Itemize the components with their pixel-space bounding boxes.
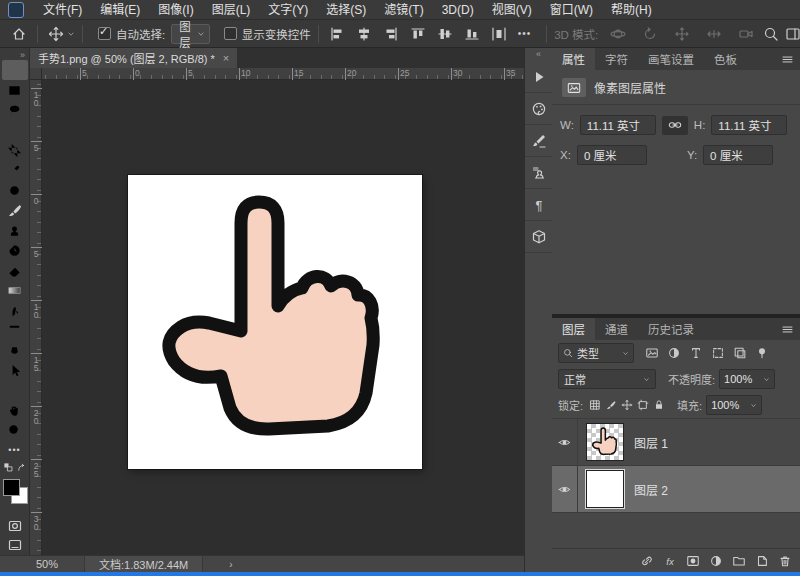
lock-position-icon[interactable] bbox=[621, 399, 633, 411]
menu-item-2[interactable]: 图像(I) bbox=[149, 0, 202, 20]
smudge-tool[interactable] bbox=[2, 300, 28, 320]
menu-item-9[interactable]: 窗口(W) bbox=[541, 0, 602, 20]
align-top-icon[interactable] bbox=[407, 23, 429, 45]
layer-filter-dropdown[interactable]: 类型 bbox=[558, 343, 634, 363]
fill-field[interactable]: 100% bbox=[706, 395, 762, 415]
align-middle-icon[interactable] bbox=[434, 23, 456, 45]
menu-item-5[interactable]: 选择(S) bbox=[317, 0, 375, 20]
collapse-toolbar-icon[interactable]: » bbox=[20, 50, 25, 60]
align-left-icon[interactable] bbox=[326, 23, 348, 45]
zoom-level-field[interactable]: 50% bbox=[36, 558, 84, 570]
filter-type-icon[interactable] bbox=[686, 344, 705, 363]
panel-menu-icon[interactable] bbox=[781, 323, 794, 336]
home-icon[interactable] bbox=[8, 23, 30, 45]
more-align-options[interactable]: ••• bbox=[510, 28, 540, 39]
strip-color-icon[interactable] bbox=[525, 93, 553, 125]
menu-item-10[interactable]: 帮助(H) bbox=[602, 0, 661, 20]
strip-actions-icon[interactable] bbox=[525, 61, 553, 93]
expand-panels-icon[interactable]: « bbox=[536, 49, 541, 59]
history-brush-tool[interactable] bbox=[2, 240, 28, 260]
strip-clone-source-icon[interactable] bbox=[525, 157, 553, 189]
quick-mask-button[interactable] bbox=[2, 516, 28, 536]
align-bottom-icon[interactable] bbox=[461, 23, 483, 45]
layer-row-2[interactable]: 图层 2 bbox=[552, 466, 800, 513]
type-tool[interactable] bbox=[2, 320, 28, 340]
app-icon[interactable] bbox=[8, 2, 24, 18]
delete-layer-icon[interactable] bbox=[778, 554, 792, 568]
panel-menu-icon[interactable] bbox=[781, 53, 794, 66]
strip-paragraph-icon[interactable]: ¶ bbox=[525, 189, 553, 221]
link-layers-icon[interactable] bbox=[640, 554, 654, 568]
marquee-tool[interactable] bbox=[2, 80, 28, 100]
menu-item-0[interactable]: 文件(F) bbox=[34, 0, 91, 20]
lock-pixels-icon[interactable] bbox=[605, 399, 617, 411]
lock-transparent-icon[interactable] bbox=[589, 399, 601, 411]
foreground-color-swatch[interactable] bbox=[3, 479, 20, 496]
current-tool-icon[interactable] bbox=[45, 23, 67, 45]
tab-properties[interactable]: 属性 bbox=[552, 48, 595, 70]
crop-tool[interactable] bbox=[2, 140, 28, 160]
layer-effects-icon[interactable]: fx bbox=[663, 554, 677, 568]
spot-healing-tool[interactable] bbox=[2, 180, 28, 200]
menu-item-1[interactable]: 编辑(E) bbox=[91, 0, 149, 20]
document-image[interactable] bbox=[128, 175, 422, 469]
filter-shape-icon[interactable] bbox=[708, 344, 727, 363]
horizontal-ruler[interactable]: 505101520253035 bbox=[42, 68, 524, 80]
screen-mode-button[interactable] bbox=[2, 535, 28, 555]
layer-row-1[interactable]: 图层 1 bbox=[552, 419, 800, 466]
filter-smart-object-icon[interactable] bbox=[730, 344, 749, 363]
auto-select-dropdown[interactable]: 图层 bbox=[171, 24, 210, 44]
eyedropper-tool[interactable] bbox=[2, 160, 28, 180]
strip-3d-icon[interactable] bbox=[525, 221, 553, 253]
opacity-field[interactable]: 100% bbox=[719, 369, 775, 389]
layer-name[interactable]: 图层 2 bbox=[634, 481, 668, 498]
lock-all-icon[interactable] bbox=[653, 399, 665, 411]
layer-thumbnail[interactable] bbox=[586, 470, 624, 508]
eraser-tool[interactable] bbox=[2, 260, 28, 280]
strip-brush-settings-icon[interactable] bbox=[525, 125, 553, 157]
canvas-area[interactable] bbox=[42, 80, 524, 555]
align-center-horizontal-icon[interactable] bbox=[353, 23, 375, 45]
menu-item-4[interactable]: 文字(Y) bbox=[259, 0, 317, 20]
default-colors-icon[interactable] bbox=[3, 462, 14, 473]
x-field[interactable]: 0 厘米 bbox=[577, 145, 647, 165]
layer-group-icon[interactable] bbox=[732, 554, 746, 568]
hand-tool[interactable] bbox=[2, 400, 28, 420]
more-tools[interactable]: ••• bbox=[2, 440, 28, 460]
path-select-tool[interactable] bbox=[2, 360, 28, 380]
filter-toggle-icon[interactable] bbox=[752, 344, 771, 363]
magic-wand-tool[interactable] bbox=[2, 120, 28, 140]
width-field[interactable]: 11.11 英寸 bbox=[580, 115, 656, 135]
workspace-icon[interactable] bbox=[782, 23, 800, 45]
brush-tool[interactable] bbox=[2, 200, 28, 220]
visibility-eye-icon[interactable] bbox=[552, 466, 578, 512]
distribute-horizontal-icon[interactable] bbox=[488, 23, 510, 45]
line-tool[interactable] bbox=[2, 380, 28, 400]
pen-tool[interactable] bbox=[2, 340, 28, 360]
auto-select-checkbox[interactable] bbox=[98, 27, 111, 40]
tab-brush-settings[interactable]: 画笔设置 bbox=[638, 48, 704, 70]
filter-adjustment-icon[interactable] bbox=[664, 344, 683, 363]
vertical-ruler[interactable]: 105051015202530 bbox=[30, 80, 42, 555]
move-tool[interactable] bbox=[2, 60, 28, 80]
show-transform-checkbox[interactable] bbox=[224, 27, 237, 40]
gradient-tool[interactable] bbox=[2, 280, 28, 300]
document-tab[interactable]: 手势1.png @ 50% (图层 2, RGB/8) * × bbox=[30, 48, 237, 68]
layer-name[interactable]: 图层 1 bbox=[634, 434, 668, 451]
search-icon[interactable] bbox=[760, 23, 782, 45]
close-tab-icon[interactable]: × bbox=[223, 52, 229, 64]
switch-colors-icon[interactable] bbox=[16, 462, 27, 473]
tab-layers[interactable]: 图层 bbox=[552, 318, 595, 340]
lock-artboard-icon[interactable] bbox=[637, 399, 649, 411]
tab-swatches[interactable]: 色板 bbox=[704, 48, 747, 70]
height-field[interactable]: 11.11 英寸 bbox=[711, 115, 787, 135]
status-options-chevron[interactable]: › bbox=[229, 559, 232, 570]
y-field[interactable]: 0 厘米 bbox=[703, 145, 773, 165]
filter-image-icon[interactable] bbox=[642, 344, 661, 363]
blend-mode-dropdown[interactable]: 正常 bbox=[558, 369, 656, 389]
layer-mask-icon[interactable] bbox=[686, 554, 700, 568]
menu-item-8[interactable]: 视图(V) bbox=[483, 0, 541, 20]
link-dimensions-icon[interactable] bbox=[662, 116, 688, 135]
menu-item-7[interactable]: 3D(D) bbox=[433, 0, 483, 20]
adjustment-layer-icon[interactable] bbox=[709, 554, 723, 568]
